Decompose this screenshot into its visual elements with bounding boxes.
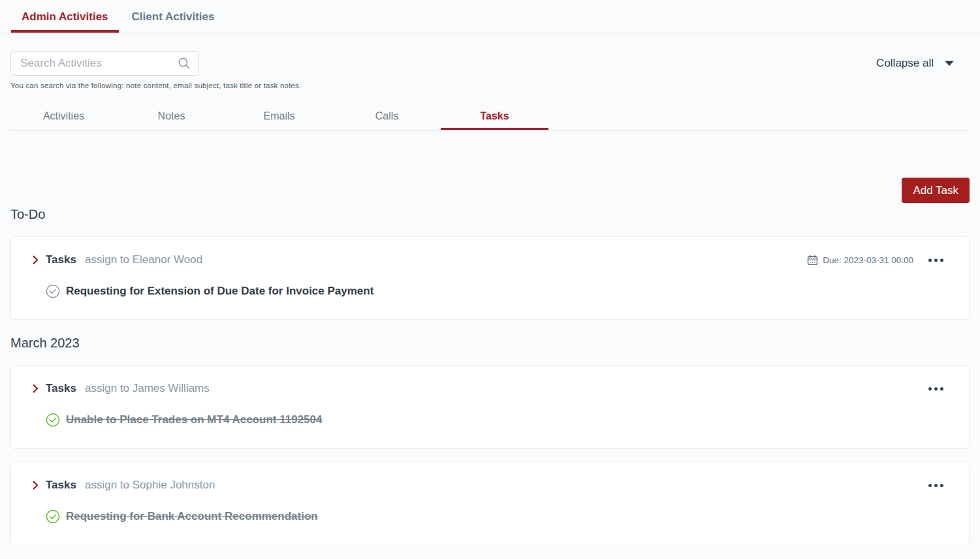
more-menu-icon[interactable] xyxy=(927,383,945,394)
task-complete-check-icon[interactable] xyxy=(46,413,60,427)
more-menu-icon[interactable] xyxy=(927,480,945,491)
tasks-content: Add Task To-Do Tasks assign to Eleanor W… xyxy=(0,178,980,545)
tab-admin-activities[interactable]: Admin Activities xyxy=(11,0,119,33)
tab-tasks[interactable]: Tasks xyxy=(441,107,548,130)
search-icon[interactable] xyxy=(178,57,191,70)
add-task-button[interactable]: Add Task xyxy=(902,178,970,203)
collapse-all-label: Collapse all xyxy=(876,57,934,70)
task-item: Requesting for Extension of Due Date for… xyxy=(46,284,945,298)
task-item: Unable to Place Trades on MT4 Account 11… xyxy=(46,413,945,427)
search-row: Collapse all xyxy=(0,33,980,76)
task-type-label: Tasks xyxy=(46,479,76,492)
task-incomplete-check-icon[interactable] xyxy=(46,284,60,298)
task-title[interactable]: Requesting for Extension of Due Date for… xyxy=(66,285,373,298)
main-tab-bar: Admin Activities Client Activities xyxy=(0,0,980,33)
chevron-right-icon[interactable] xyxy=(33,383,39,394)
tab-activities[interactable]: Activities xyxy=(10,107,118,130)
task-assignee-text: assign to Eleanor Wood xyxy=(85,253,202,266)
chevron-down-icon xyxy=(945,61,954,66)
task-assignee-text: assign to James Williams xyxy=(85,382,210,395)
search-input[interactable] xyxy=(10,51,199,76)
collapse-all-control[interactable]: Collapse all xyxy=(876,57,954,70)
activity-tab-bar: Activities Notes Emails Calls Tasks xyxy=(10,107,970,131)
task-item: Requesting for Bank Account Recommendati… xyxy=(46,509,945,524)
search-box xyxy=(10,51,199,76)
add-task-row: Add Task xyxy=(10,178,970,203)
task-complete-check-icon[interactable] xyxy=(46,509,60,524)
chevron-right-icon[interactable] xyxy=(33,254,39,266)
task-assignee-text: assign to Sophie Johnston xyxy=(85,479,215,492)
due-date: Due: 2023-03-31 00:00 xyxy=(807,255,913,266)
calendar-icon xyxy=(807,255,818,266)
more-menu-icon[interactable] xyxy=(927,255,945,266)
task-group-header: Tasks assign to James Williams xyxy=(33,381,945,396)
search-hint-text: You can search via the following: note c… xyxy=(0,76,980,89)
task-card: Tasks assign to Sophie Johnston Requesti… xyxy=(10,462,970,545)
tab-client-activities[interactable]: Client Activities xyxy=(121,0,225,33)
admin-activities-page: Admin Activities Client Activities Colla… xyxy=(0,0,980,559)
tab-emails[interactable]: Emails xyxy=(225,107,333,130)
task-title[interactable]: Unable to Place Trades on MT4 Account 11… xyxy=(66,413,322,426)
task-card: Tasks assign to James Williams Unable to… xyxy=(10,365,970,449)
task-group-header: Tasks assign to Eleanor Wood xyxy=(33,252,945,268)
task-type-label: Tasks xyxy=(46,382,76,395)
task-card: Tasks assign to Eleanor Wood xyxy=(10,236,970,320)
due-date-text: Due: 2023-03-31 00:00 xyxy=(823,255,913,265)
tab-calls[interactable]: Calls xyxy=(333,107,441,130)
task-type-label: Tasks xyxy=(46,253,76,266)
section-title-march-2023: March 2023 xyxy=(10,336,970,351)
chevron-right-icon[interactable] xyxy=(33,479,39,491)
task-title[interactable]: Requesting for Bank Account Recommendati… xyxy=(66,510,318,523)
task-group-header: Tasks assign to Sophie Johnston xyxy=(33,477,945,493)
tab-notes[interactable]: Notes xyxy=(118,107,225,130)
section-title-todo: To-Do xyxy=(10,207,970,222)
